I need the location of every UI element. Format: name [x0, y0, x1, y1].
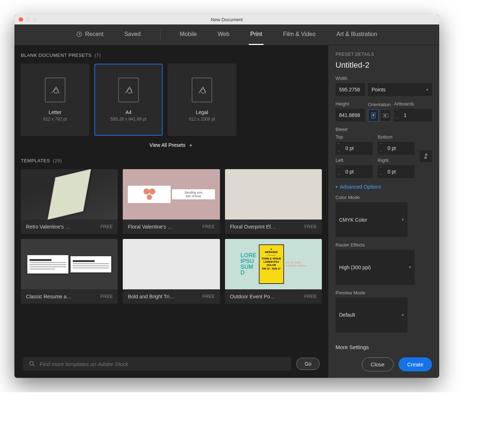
units-select[interactable]: Points▾	[368, 83, 432, 96]
template-price: FREE	[202, 294, 215, 299]
height-input[interactable]	[336, 109, 365, 122]
preset-details-panel: PRESET DETAILS Untitled-2 Width Points▾ …	[328, 45, 439, 378]
template-card[interactable]: Retro Valentine's Da… FREE	[21, 169, 118, 234]
go-button[interactable]: Go	[296, 358, 320, 370]
template-price: FREE	[304, 294, 317, 299]
create-button[interactable]: Create	[399, 357, 432, 371]
chevron-down-icon: ▾	[402, 313, 404, 317]
bleed-bottom-stepper[interactable]: ⌃⌄	[378, 142, 384, 155]
bleed-left-stepper[interactable]: ⌃⌄	[336, 165, 342, 178]
orientation-portrait[interactable]	[368, 109, 379, 122]
height-label: Height	[336, 101, 365, 107]
portrait-icon	[371, 113, 375, 118]
minimize-window-icon	[26, 17, 30, 22]
tab-mobile[interactable]: Mobile	[179, 24, 198, 45]
close-button[interactable]: Close	[362, 357, 393, 371]
window-title: New Document	[211, 17, 243, 22]
template-name: Retro Valentine's Da…	[26, 224, 73, 230]
chevron-down-icon: ⌄	[394, 115, 400, 121]
template-price: FREE	[100, 294, 113, 299]
bleed-bottom-input[interactable]	[384, 142, 415, 155]
template-name: Outdoor Event Post…	[230, 294, 277, 299]
bleed-top-input[interactable]	[342, 142, 373, 155]
document-icon	[45, 78, 65, 102]
preset-size: 612 x 792 pt	[43, 117, 67, 122]
document-title[interactable]: Untitled-2	[336, 60, 432, 70]
svg-point-1	[30, 362, 33, 365]
search-input[interactable]	[40, 361, 285, 367]
template-card[interactable]: Classic Resume and … FREE	[21, 239, 118, 304]
chevron-down-icon: ▾	[336, 185, 338, 189]
bleed-top-label: Top	[336, 134, 373, 140]
tab-film-video[interactable]: Film & Video	[282, 24, 317, 45]
document-icon	[118, 78, 139, 102]
orientation-label: Orientation	[368, 102, 391, 107]
template-card[interactable]: Sending youlots of love Floral Valentine…	[123, 169, 220, 234]
color-mode-label: Color Mode	[336, 195, 432, 200]
tab-art-illustration[interactable]: Art & Illustration	[335, 24, 379, 45]
raster-effects-label: Raster Effects	[336, 242, 432, 248]
search-icon	[29, 361, 35, 367]
template-card[interactable]: Bold and Bright Trifo… FREE	[123, 239, 220, 304]
preset-card-a4[interactable]: A4 595.28 x 841.89 pt	[94, 64, 163, 136]
raster-effects-select[interactable]: High (300 ppi)▾	[336, 250, 415, 285]
artboards-label: Artboards	[394, 101, 432, 107]
template-name: Bold and Bright Trifo…	[128, 294, 175, 299]
link-bleed-button[interactable]	[420, 150, 432, 162]
template-card[interactable]: Floral Overprint Effe… FREE	[225, 169, 322, 234]
svg-rect-3	[373, 114, 374, 116]
preset-card-letter[interactable]: Letter 612 x 792 pt	[21, 64, 89, 136]
chevron-down-icon: ▾	[426, 87, 428, 92]
preset-size: 612 x 1008 pt	[189, 117, 215, 122]
search-wrap	[23, 357, 291, 371]
tab-saved[interactable]: Saved	[123, 24, 142, 45]
titlebar: New Document	[14, 14, 439, 24]
chevron-down-icon: ▾	[409, 265, 411, 270]
preset-name: A4	[125, 109, 131, 115]
plus-icon: ＋	[188, 142, 193, 148]
bleed-left-input[interactable]	[342, 165, 373, 178]
more-settings[interactable]: More Settings	[336, 338, 432, 350]
bleed-top-stepper[interactable]: ⌃⌄	[336, 142, 342, 155]
tab-print[interactable]: Print	[249, 24, 264, 45]
bleed-left-label: Left	[336, 158, 373, 163]
landscape-icon	[383, 113, 388, 118]
advanced-options-toggle[interactable]: ▾ Advanced Options	[336, 184, 432, 190]
preset-details-header: PRESET DETAILS	[336, 52, 432, 57]
close-window-icon[interactable]	[19, 17, 23, 22]
bleed-right-stepper[interactable]: ⌃⌄	[378, 165, 384, 178]
chevron-up-icon: ⌃	[394, 109, 400, 115]
svg-rect-5	[384, 114, 386, 117]
bleed-right-label: Right	[378, 158, 415, 163]
view-all-presets[interactable]: View All Presets ＋	[21, 142, 322, 149]
preset-card-legal[interactable]: Legal 612 x 1008 pt	[168, 64, 236, 136]
preview-mode-select[interactable]: Default▾	[336, 298, 408, 333]
template-name: Floral Overprint Effe…	[230, 224, 277, 230]
presets-panel: BLANK DOCUMENT PRESETS (7) Letter 612 x …	[14, 45, 328, 378]
bleed-right-input[interactable]	[384, 165, 415, 178]
tab-separator	[160, 30, 161, 40]
tab-web[interactable]: Web	[216, 24, 231, 45]
artboards-stepper[interactable]: ⌃⌄	[394, 109, 400, 122]
tab-recent[interactable]: Recent	[75, 24, 105, 45]
preset-size: 595.28 x 841.89 pt	[111, 117, 146, 122]
template-card[interactable]: LOREIPSUSUMD▲WEEKEND─────TOWN & VENUELOR…	[225, 239, 322, 304]
traffic-lights	[19, 17, 37, 22]
chevron-down-icon: ▾	[402, 217, 404, 222]
template-name: Classic Resume and …	[26, 294, 73, 299]
width-input[interactable]	[336, 83, 365, 96]
link-icon	[423, 153, 429, 159]
template-name: Floral Valentine's Da…	[128, 224, 175, 230]
orientation-landscape[interactable]	[380, 109, 391, 122]
bleed-bottom-label: Bottom	[378, 134, 415, 140]
artboards-input[interactable]	[400, 109, 432, 122]
presets-section-header: BLANK DOCUMENT PRESETS (7)	[21, 53, 322, 58]
preset-name: Letter	[49, 109, 62, 115]
templates-section-header: TEMPLATES (29)	[21, 158, 322, 163]
category-tabs: Recent Saved Mobile Web Print Film & Vid…	[14, 24, 439, 45]
color-mode-select[interactable]: CMYK Color▾	[336, 202, 408, 237]
width-label: Width	[336, 76, 432, 81]
new-document-dialog: New Document Recent Saved Mobile Web Pri…	[14, 14, 439, 378]
bleed-label: Bleed	[336, 127, 432, 132]
preview-mode-label: Preview Mode	[336, 290, 432, 295]
